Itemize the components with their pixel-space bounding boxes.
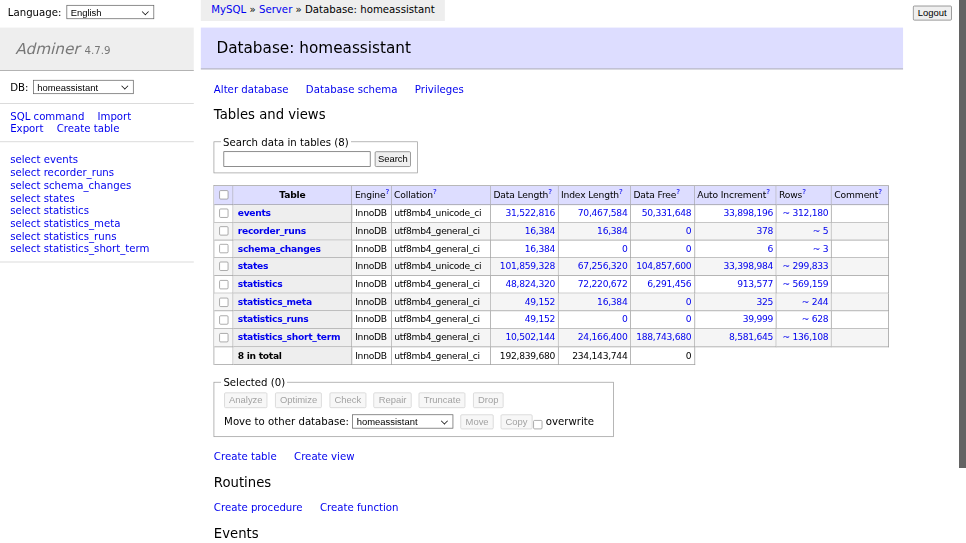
auto-increment-link[interactable]: 8,581,645: [729, 332, 773, 343]
index-length-link[interactable]: 16,384: [597, 225, 627, 236]
index-length-link[interactable]: 0: [622, 314, 628, 325]
table-name-link[interactable]: recorder_runs: [238, 225, 306, 236]
rows-count-link[interactable]: ~ 299,833: [782, 261, 828, 272]
rows-help-link[interactable]: ?: [802, 188, 806, 196]
select-link[interactable]: select: [10, 167, 40, 178]
breadcrumb-server-type[interactable]: MySQL: [211, 4, 246, 15]
auto-increment-help-link[interactable]: ?: [766, 188, 770, 196]
data-free-help-link[interactable]: ?: [676, 188, 680, 196]
sidebar-link-sql-command[interactable]: SQL command: [10, 111, 84, 122]
rows-count-link[interactable]: ~ 5: [813, 225, 829, 236]
breadcrumb-server[interactable]: Server: [259, 4, 292, 15]
language-select[interactable]: English: [66, 5, 154, 19]
data-length-link[interactable]: 48,824,320: [505, 279, 555, 290]
repair-button[interactable]: Repair: [374, 393, 412, 408]
check-button[interactable]: Check: [330, 393, 367, 408]
table-link-statistics-meta[interactable]: statistics_meta: [44, 218, 121, 229]
table-link-states[interactable]: states: [44, 192, 75, 203]
move-button[interactable]: Move: [461, 414, 494, 429]
row-checkbox[interactable]: [219, 333, 228, 342]
data-free-link[interactable]: 0: [686, 243, 692, 254]
data-free-link[interactable]: 0: [686, 314, 692, 325]
table-link-recorder-runs[interactable]: recorder_runs: [44, 167, 114, 178]
table-link-schema-changes[interactable]: schema_changes: [44, 180, 132, 191]
table-name-link[interactable]: statistics: [238, 279, 283, 290]
search-button[interactable]: Search: [375, 152, 411, 167]
select-all-checkbox[interactable]: [219, 190, 228, 199]
rows-count-link[interactable]: ~ 312,180: [782, 208, 828, 219]
table-link-statistics-short-term[interactable]: statistics_short_term: [44, 243, 150, 254]
data-free-link[interactable]: 50,331,648: [642, 208, 692, 219]
select-link[interactable]: select: [10, 231, 40, 242]
db-select[interactable]: homeassistant: [33, 80, 133, 94]
row-checkbox[interactable]: [219, 280, 228, 289]
search-input[interactable]: [224, 152, 371, 167]
auto-increment-link[interactable]: 33,398,984: [723, 261, 773, 272]
auto-increment-link[interactable]: 913,577: [737, 279, 773, 290]
table-name-link[interactable]: statistics_runs: [238, 314, 309, 325]
auto-increment-link[interactable]: 325: [756, 296, 773, 307]
index-length-link[interactable]: 0: [622, 243, 628, 254]
data-length-link[interactable]: 49,152: [525, 314, 555, 325]
sidebar-link-create-table[interactable]: Create table: [57, 123, 120, 134]
table-name-link[interactable]: events: [238, 208, 271, 219]
select-link[interactable]: select: [10, 218, 40, 229]
sidebar-link-export[interactable]: Export: [10, 123, 43, 134]
move-db-select[interactable]: homeassistant: [352, 415, 453, 429]
data-free-link[interactable]: 6,291,456: [647, 279, 691, 290]
data-free-link[interactable]: 104,857,600: [636, 261, 691, 272]
auto-increment-link[interactable]: 39,999: [743, 314, 773, 325]
row-checkbox[interactable]: [219, 315, 228, 324]
sidebar-link-import[interactable]: Import: [97, 111, 131, 122]
auto-increment-link[interactable]: 6: [768, 243, 774, 254]
alter-database-link[interactable]: Alter database: [214, 84, 289, 95]
truncate-button[interactable]: Truncate: [419, 393, 466, 408]
row-checkbox[interactable]: [219, 262, 228, 271]
select-link[interactable]: select: [10, 180, 40, 191]
table-link-statistics-runs[interactable]: statistics_runs: [44, 231, 117, 242]
overwrite-checkbox[interactable]: [533, 420, 542, 429]
rows-count-link[interactable]: ~ 136,108: [782, 332, 828, 343]
data-free-link[interactable]: 188,743,680: [636, 332, 691, 343]
create-view-link[interactable]: Create view: [294, 450, 354, 461]
index-length-link[interactable]: 67,256,320: [578, 261, 628, 272]
rows-count-link[interactable]: ~ 569,159: [782, 279, 828, 290]
data-length-link[interactable]: 49,152: [525, 296, 555, 307]
table-name-link[interactable]: schema_changes: [238, 243, 321, 254]
rows-count-link[interactable]: ~ 3: [813, 243, 829, 254]
table-link-statistics[interactable]: statistics: [44, 205, 89, 216]
database-schema-link[interactable]: Database schema: [306, 84, 398, 95]
data-length-link[interactable]: 31,522,816: [505, 208, 555, 219]
select-link[interactable]: select: [10, 243, 40, 254]
logout-button[interactable]: Logout: [913, 5, 952, 20]
auto-increment-link[interactable]: 378: [756, 225, 773, 236]
auto-increment-link[interactable]: 33,898,196: [723, 208, 773, 219]
data-free-link[interactable]: 0: [686, 225, 692, 236]
select-link[interactable]: select: [10, 205, 40, 216]
index-length-link[interactable]: 72,220,672: [578, 279, 628, 290]
optimize-button[interactable]: Optimize: [275, 393, 322, 408]
collation-help-link[interactable]: ?: [433, 188, 437, 196]
data-free-link[interactable]: 0: [686, 296, 692, 307]
engine-help-link[interactable]: ?: [385, 188, 389, 196]
row-checkbox[interactable]: [219, 298, 228, 307]
table-name-link[interactable]: statistics_short_term: [238, 332, 340, 343]
table-name-link[interactable]: statistics_meta: [238, 296, 312, 307]
row-checkbox[interactable]: [219, 226, 228, 235]
table-name-link[interactable]: states: [238, 261, 268, 272]
create-procedure-link[interactable]: Create procedure: [214, 501, 303, 512]
row-checkbox[interactable]: [219, 244, 228, 253]
select-link[interactable]: select: [10, 154, 40, 165]
data-length-link[interactable]: 10,502,144: [505, 332, 555, 343]
index-length-link[interactable]: 16,384: [597, 296, 627, 307]
rows-count-link[interactable]: ~ 628: [802, 314, 829, 325]
app-name-link[interactable]: Adminer: [15, 39, 79, 57]
drop-button[interactable]: Drop: [473, 393, 503, 408]
privileges-link[interactable]: Privileges: [415, 84, 464, 95]
index-length-link[interactable]: 70,467,584: [578, 208, 628, 219]
data-length-link[interactable]: 101,859,328: [500, 261, 555, 272]
select-link[interactable]: select: [10, 192, 40, 203]
index-length-help-link[interactable]: ?: [619, 188, 623, 196]
row-checkbox[interactable]: [219, 209, 228, 218]
create-function-link[interactable]: Create function: [320, 501, 399, 512]
